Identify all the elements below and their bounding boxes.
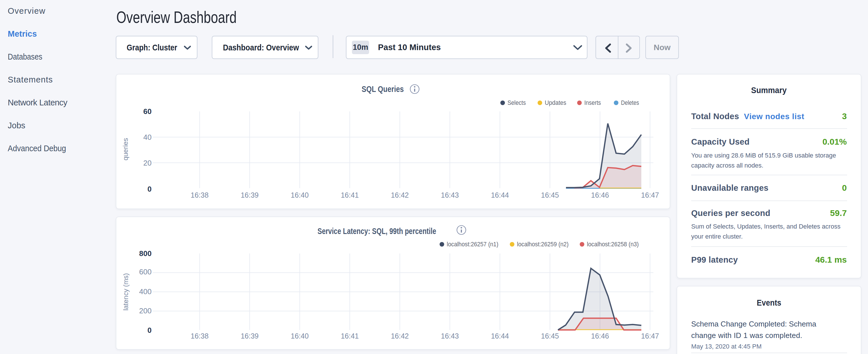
svg-text:16:41: 16:41 — [341, 191, 359, 199]
svg-text:40: 40 — [143, 133, 152, 141]
svg-text:60: 60 — [143, 107, 152, 116]
svg-text:800: 800 — [139, 249, 152, 258]
svg-text:16:43: 16:43 — [441, 332, 459, 340]
svg-text:16:40: 16:40 — [291, 332, 309, 340]
svg-text:16:46: 16:46 — [591, 191, 609, 199]
svg-text:localhost:26259 (n2): localhost:26259 (n2) — [517, 240, 568, 248]
svg-text:Updates: Updates — [545, 99, 566, 106]
svg-text:16:38: 16:38 — [191, 191, 209, 199]
svg-text:latency (ms): latency (ms) — [122, 273, 129, 311]
svg-text:16:39: 16:39 — [241, 332, 259, 340]
svg-text:Service Latency: SQL, 99th per: Service Latency: SQL, 99th percentile — [317, 227, 436, 236]
svg-text:SQL Queries: SQL Queries — [362, 85, 404, 94]
svg-text:Inserts: Inserts — [584, 99, 601, 106]
svg-text:16:41: 16:41 — [341, 332, 359, 340]
svg-text:16:42: 16:42 — [391, 191, 409, 199]
svg-text:0: 0 — [148, 326, 152, 334]
svg-text:16:40: 16:40 — [291, 191, 309, 199]
svg-text:200: 200 — [139, 307, 152, 315]
svg-text:localhost:26257 (n1): localhost:26257 (n1) — [447, 240, 498, 248]
svg-text:16:44: 16:44 — [491, 332, 509, 340]
svg-text:16:47: 16:47 — [641, 191, 659, 199]
svg-text:localhost:26258 (n3): localhost:26258 (n3) — [587, 240, 639, 248]
svg-text:16:44: 16:44 — [491, 191, 509, 199]
svg-text:16:45: 16:45 — [541, 191, 559, 199]
svg-text:16:43: 16:43 — [441, 191, 459, 199]
svg-text:16:42: 16:42 — [391, 332, 409, 340]
svg-text:20: 20 — [143, 159, 152, 167]
svg-text:queries: queries — [122, 138, 129, 161]
svg-text:Selects: Selects — [507, 99, 526, 106]
svg-text:Deletes: Deletes — [621, 99, 639, 106]
svg-text:16:47: 16:47 — [641, 332, 659, 340]
svg-text:16:38: 16:38 — [191, 332, 209, 340]
svg-text:16:39: 16:39 — [241, 191, 259, 199]
svg-text:16:45: 16:45 — [541, 332, 559, 340]
svg-text:0: 0 — [148, 185, 152, 193]
svg-text:400: 400 — [139, 287, 152, 296]
svg-text:600: 600 — [139, 267, 152, 276]
svg-text:16:46: 16:46 — [591, 332, 609, 340]
